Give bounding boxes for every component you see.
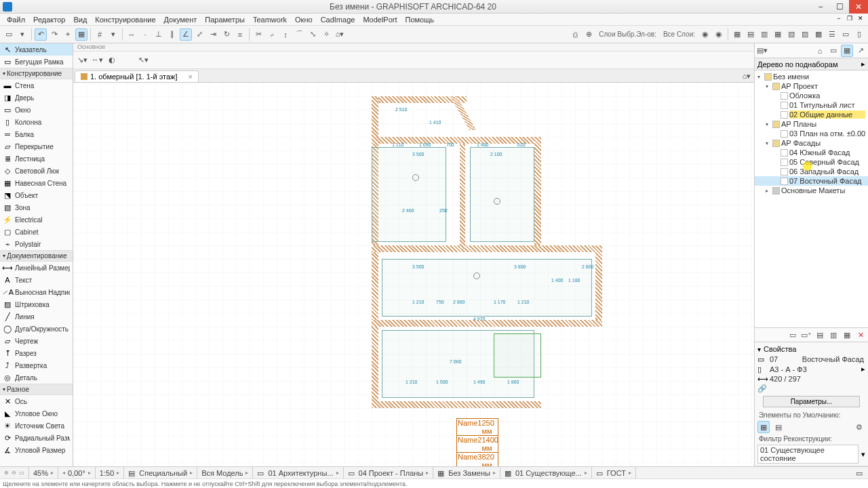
menu-window[interactable]: Окно xyxy=(291,16,317,24)
open-icon[interactable]: ▾ xyxy=(16,28,28,41)
tool-window[interactable]: ▭Окно xyxy=(0,104,73,116)
sb-scale-arrow-icon[interactable]: ▸ xyxy=(117,470,119,476)
prop-id[interactable]: 07 xyxy=(768,355,779,363)
act-add1-icon[interactable]: ▭⁺ xyxy=(800,329,812,341)
parallel-icon[interactable]: ∥ xyxy=(166,28,178,41)
snap-icon[interactable]: ▾ xyxy=(107,28,119,41)
filter-value[interactable]: 01 Существующее состояние xyxy=(757,445,859,464)
tool-zone[interactable]: ▧Зона xyxy=(0,201,73,214)
sb-layer-arrow-icon[interactable]: ▸ xyxy=(190,470,193,476)
repeat-icon[interactable]: ↻ xyxy=(220,28,233,41)
act-add2-icon[interactable]: ▤ xyxy=(814,329,826,341)
tool-curtainwall[interactable]: ▦Навесная Стена xyxy=(0,177,73,189)
align-icon[interactable]: ≡ xyxy=(234,28,246,41)
maximize-button[interactable]: ☐ xyxy=(830,0,849,14)
nav-publish-icon[interactable]: ↗ xyxy=(854,45,867,57)
tool-line[interactable]: ╱Линия xyxy=(0,310,73,323)
layout7-icon[interactable]: ▭ xyxy=(840,28,852,41)
parameters-button[interactable]: Параметры... xyxy=(763,396,860,407)
layout3-icon[interactable]: ▧ xyxy=(785,28,797,41)
nav-home-icon[interactable]: ⌂ xyxy=(814,45,826,57)
tree-node[interactable]: ▾АР Планы xyxy=(755,119,868,129)
tree-node[interactable]: 03 План на отм. ±0.000 xyxy=(755,129,868,138)
nav-icon[interactable]: ▤ xyxy=(745,28,757,41)
tool-radialdim[interactable]: ⟳Радиальный Разм... xyxy=(0,432,73,444)
geom1-icon[interactable]: ↘▾ xyxy=(76,54,88,66)
sb-zoom-arrow-icon[interactable]: ▸ xyxy=(51,470,54,476)
tool-object[interactable]: ⬔Объект xyxy=(0,189,73,201)
angle-icon[interactable]: ∠ xyxy=(180,28,192,41)
menu-modelport[interactable]: ModelPort xyxy=(359,16,401,24)
tool-arc[interactable]: ◯Дуга/Окружность xyxy=(0,323,73,335)
section-construction[interactable]: Конструирование xyxy=(0,68,73,79)
tab-home-icon[interactable]: ⌂▾ xyxy=(741,70,753,82)
sb-sec2[interactable]: 04 Проект - Планы xyxy=(359,469,424,477)
ruler-icon[interactable]: ↔ xyxy=(125,28,138,41)
eye1-icon[interactable]: ◉ xyxy=(699,28,711,41)
menu-view[interactable]: Вид xyxy=(69,16,91,24)
navigator-expand-icon[interactable]: ▸ xyxy=(861,60,865,68)
eye2-icon[interactable]: ◉ xyxy=(713,28,725,41)
sub-restore-button[interactable]: ❐ xyxy=(845,15,854,23)
adjust-icon[interactable]: ↕ xyxy=(279,28,292,41)
close-button[interactable]: ✕ xyxy=(849,0,868,14)
section-documentation[interactable]: Документирование xyxy=(0,250,73,262)
undo-icon[interactable]: ↶ xyxy=(35,28,47,41)
view-icon[interactable]: ▦ xyxy=(731,28,743,41)
drawing-canvas[interactable]: 1 110 1 690 700 1 480 620 3 500 2 100 2 … xyxy=(73,83,754,466)
sb-fit-icon[interactable]: ▭ xyxy=(19,470,24,476)
tree-node[interactable]: Обложка xyxy=(755,91,868,100)
tree-node[interactable]: ▾АР Фасады xyxy=(755,138,868,148)
sb-angle-arrow-icon[interactable]: ▸ xyxy=(88,470,91,476)
sub-close-button[interactable]: ✕ xyxy=(856,15,865,23)
offset-icon[interactable]: ⇥ xyxy=(207,28,219,41)
home-icon[interactable]: ⌂▾ xyxy=(334,28,346,41)
tool-cabinet[interactable]: ▢Cabinet xyxy=(0,226,73,238)
tool-hatch[interactable]: ▨Штриховка xyxy=(0,298,73,310)
tool-skylight[interactable]: ◇Световой Люк xyxy=(0,165,73,177)
menu-document[interactable]: Документ xyxy=(160,16,201,24)
geom4-icon[interactable]: ↖▾ xyxy=(137,54,149,66)
prop-format-more-icon[interactable]: ▸ xyxy=(861,365,865,373)
sb-zoomin-icon[interactable]: ⊕ xyxy=(4,470,9,476)
sb-sec1[interactable]: 01 Архитектурны... xyxy=(268,469,333,477)
properties-header[interactable]: ▾ Свойства xyxy=(756,344,867,354)
layout8-icon[interactable]: ▯ xyxy=(853,28,865,41)
filter-dropdown-icon[interactable]: ▾ xyxy=(861,450,865,459)
sb-angle[interactable]: 0,00° xyxy=(68,469,85,477)
sb-page-icon[interactable]: ▭ xyxy=(856,469,864,477)
nav-mode1-icon[interactable]: ▤▾ xyxy=(756,45,768,57)
sb-model-arrow-icon[interactable]: ▸ xyxy=(245,470,248,476)
sb-sec4[interactable]: 01 Существующе... xyxy=(515,469,582,477)
tree-node[interactable]: 04 Южный Фасад xyxy=(755,148,868,157)
tool-wall[interactable]: ▬Стена xyxy=(0,79,73,92)
sb-zoomout-icon[interactable]: ⊖ xyxy=(12,470,16,476)
new-icon[interactable]: ▭ xyxy=(3,28,15,41)
act-add3-icon[interactable]: ▥ xyxy=(827,329,840,341)
tool-door[interactable]: ◨Дверь xyxy=(0,92,73,104)
bisect-icon[interactable]: ⤢ xyxy=(193,28,205,41)
sb-scale[interactable]: 1:50 xyxy=(100,469,114,477)
tool-electrical[interactable]: ⚡Electrical xyxy=(0,214,73,226)
tool-elevation[interactable]: ⤴Развертка xyxy=(0,359,73,371)
fillet-icon[interactable]: ⌒ xyxy=(293,28,305,41)
tool-polystair[interactable]: ⌁Polystair xyxy=(0,238,73,250)
magic-icon[interactable]: ✧ xyxy=(320,28,332,41)
tree-node[interactable]: ▾Без имени xyxy=(755,72,868,81)
menu-edit[interactable]: Редактор xyxy=(29,16,69,24)
point-icon[interactable]: · xyxy=(139,28,151,41)
act-new-icon[interactable]: ▭ xyxy=(787,329,799,341)
menu-parameters[interactable]: Параметры xyxy=(201,16,249,24)
layout1-icon[interactable]: ▥ xyxy=(758,28,770,41)
tab-floorplan[interactable]: 1. обмерный [1. 1-й этаж] × xyxy=(75,70,199,82)
grid-icon[interactable]: # xyxy=(94,28,106,41)
minimize-button[interactable]: − xyxy=(811,0,830,14)
tool-pointer[interactable]: ↖Указатель xyxy=(0,43,73,56)
resize-icon[interactable]: ⤡ xyxy=(307,28,319,41)
section-misc[interactable]: Разное xyxy=(0,384,73,395)
layout4-icon[interactable]: ▨ xyxy=(799,28,811,41)
menu-teamwork[interactable]: Teamwork xyxy=(249,16,291,24)
tool-axis[interactable]: ✕Ось xyxy=(0,395,73,407)
tool-slab[interactable]: ▱Перекрытие xyxy=(0,140,73,152)
tree-node[interactable]: ▸Основные Макеты xyxy=(755,186,868,195)
